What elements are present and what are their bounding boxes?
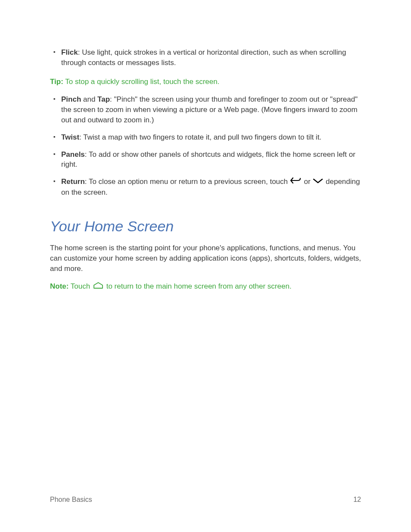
bullet-list-mid: Pinch and Tap: "Pinch" the screen using … bbox=[50, 94, 361, 197]
tip-callout: Tip: To stop a quickly scrolling list, t… bbox=[50, 77, 361, 87]
list-item: Pinch and Tap: "Pinch" the screen using … bbox=[61, 94, 361, 125]
section-heading: Your Home Screen bbox=[50, 216, 361, 237]
list-item-term: Panels bbox=[61, 150, 85, 159]
list-item-text-before: : To close an option menu or return to a… bbox=[85, 177, 290, 186]
note-callout: Note: Touch to return to the main home s… bbox=[50, 281, 361, 292]
bullet-list-top: Flick: Use light, quick strokes in a ver… bbox=[50, 47, 361, 68]
list-item: Twist: Twist a map with two fingers to r… bbox=[61, 132, 361, 143]
list-item-text: : Use light, quick strokes in a vertical… bbox=[61, 48, 346, 67]
list-item-text: : To add or show other panels of shortcu… bbox=[61, 150, 355, 169]
tip-label: Tip: bbox=[50, 78, 63, 86]
list-item: Return: To close an option menu or retur… bbox=[61, 177, 361, 197]
list-item-term2: Tap bbox=[97, 95, 110, 103]
note-label: Note: bbox=[50, 282, 68, 290]
footer-page-number: 12 bbox=[353, 495, 361, 504]
list-item-text-mid: or bbox=[302, 177, 313, 186]
list-item-term: Pinch bbox=[61, 95, 81, 103]
section-paragraph: The home screen is the starting point fo… bbox=[50, 243, 361, 274]
page-footer: Phone Basics 12 bbox=[50, 495, 361, 504]
footer-left: Phone Basics bbox=[50, 495, 92, 504]
home-icon bbox=[92, 281, 104, 292]
chevron-down-icon bbox=[312, 177, 324, 187]
list-item-connector: and bbox=[81, 95, 97, 103]
note-text-before: Touch bbox=[68, 282, 92, 290]
list-item-term: Return bbox=[61, 177, 85, 186]
list-item-term: Flick bbox=[61, 48, 78, 56]
document-page: Flick: Use light, quick strokes in a ver… bbox=[0, 0, 411, 532]
back-arrow-icon bbox=[290, 177, 302, 187]
tip-text: To stop a quickly scrolling list, touch … bbox=[63, 78, 220, 86]
list-item-text: : Twist a map with two fingers to rotate… bbox=[79, 133, 321, 141]
note-text-after: to return to the main home screen from a… bbox=[104, 282, 292, 290]
list-item: Flick: Use light, quick strokes in a ver… bbox=[61, 47, 361, 68]
list-item-term: Twist bbox=[61, 133, 79, 141]
list-item: Panels: To add or show other panels of s… bbox=[61, 149, 361, 170]
